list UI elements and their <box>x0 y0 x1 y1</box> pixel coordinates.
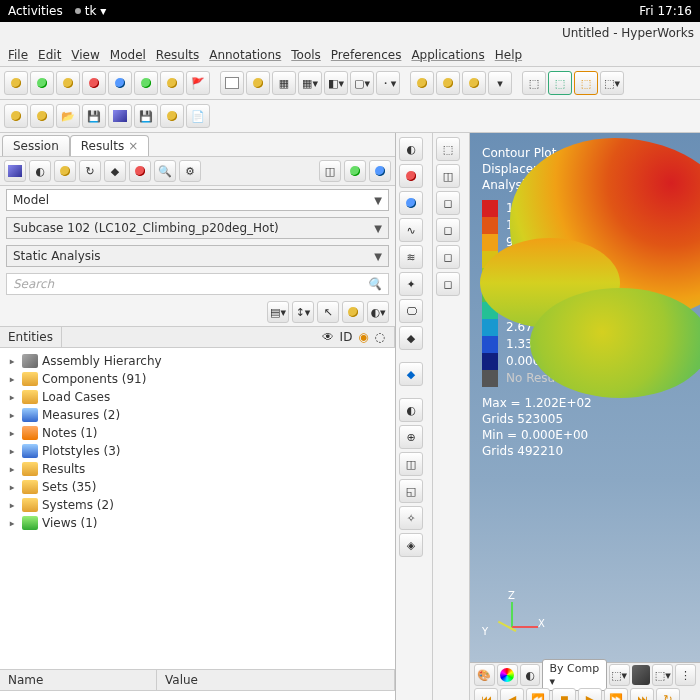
tb-view2[interactable]: ▢▾ <box>350 71 374 95</box>
panel-btn-8[interactable]: ⚙ <box>179 160 201 182</box>
tree-item[interactable]: ▸Systems (2) <box>6 496 389 514</box>
tree-item[interactable]: ▸Notes (1) <box>6 424 389 442</box>
tree-item[interactable]: ▸Results <box>6 460 389 478</box>
activities-button[interactable]: Activities <box>8 4 63 18</box>
tb-window4[interactable]: ⬚▾ <box>600 71 624 95</box>
tb2-h[interactable]: 📄 <box>186 104 210 128</box>
vt1-h[interactable]: ◆ <box>399 326 423 350</box>
vt1-f[interactable]: ✦ <box>399 272 423 296</box>
vb-render[interactable] <box>632 665 651 685</box>
vt1-c[interactable] <box>399 191 423 215</box>
menu-tools[interactable]: Tools <box>289 46 323 64</box>
col-id-icon[interactable]: ID <box>340 330 353 344</box>
vt1-d[interactable]: ∿ <box>399 218 423 242</box>
tab-session[interactable]: Session <box>2 135 70 156</box>
filter-3[interactable]: ↖ <box>317 301 339 323</box>
entity-tree[interactable]: ▸Assembly Hierarchy ▸Components (91) ▸Lo… <box>0 348 395 669</box>
tree-item[interactable]: ▸Plotstyles (3) <box>6 442 389 460</box>
vt1-k[interactable]: ⊕ <box>399 425 423 449</box>
menu-edit[interactable]: Edit <box>36 46 63 64</box>
subcase-selector[interactable]: Subcase 102 (LC102_Climbing_p20deg_Hot) … <box>6 217 389 239</box>
app-menu[interactable]: tk ▾ <box>85 4 107 18</box>
filter-2[interactable]: ↕▾ <box>292 301 314 323</box>
menu-preferences[interactable]: Preferences <box>329 46 404 64</box>
vt1-g[interactable]: 🖵 <box>399 299 423 323</box>
vt1-j[interactable]: ◐ <box>399 398 423 422</box>
tb-window2[interactable]: ⬚ <box>548 71 572 95</box>
col-color-icon[interactable]: ◉ <box>358 330 368 344</box>
filter-1[interactable]: ▤▾ <box>267 301 289 323</box>
tb-element[interactable] <box>220 71 244 95</box>
panel-btn-5[interactable]: ◆ <box>104 160 126 182</box>
viewport-3d[interactable]: Contour Plot Displacement(Mag) Analysis … <box>470 133 700 700</box>
tab-results[interactable]: Results× <box>70 135 149 156</box>
color-mode-selector[interactable]: By Comp ▾ <box>542 659 606 691</box>
play-stop[interactable]: ⏹ <box>552 688 576 700</box>
menu-applications[interactable]: Applications <box>409 46 486 64</box>
tree-item[interactable]: ▸Components (91) <box>6 370 389 388</box>
vt1-n[interactable]: ✧ <box>399 506 423 530</box>
tb2-c[interactable]: 📂 <box>56 104 80 128</box>
tb2-e[interactable] <box>108 104 132 128</box>
vt1-o[interactable]: ◈ <box>399 533 423 557</box>
tb-new[interactable] <box>30 71 54 95</box>
analysis-selector[interactable]: Static Analysis ▼ <box>6 245 389 267</box>
tb2-g[interactable] <box>160 104 184 128</box>
tree-item[interactable]: ▸Measures (2) <box>6 406 389 424</box>
col-extra-icon[interactable]: ◌ <box>375 330 385 344</box>
model-selector[interactable]: Model ▼ <box>6 189 389 211</box>
vb-palette[interactable]: 🎨 <box>474 664 495 686</box>
entities-header[interactable]: Entities <box>0 327 62 347</box>
tb2-d[interactable]: 💾 <box>82 104 106 128</box>
filter-4[interactable] <box>342 301 364 323</box>
tb-color4[interactable] <box>160 71 184 95</box>
tb-folder[interactable] <box>246 71 270 95</box>
play-loop[interactable]: ↻ <box>656 688 680 700</box>
vb-sphere[interactable] <box>497 664 518 686</box>
tree-item[interactable]: ▸Assembly Hierarchy <box>6 352 389 370</box>
panel-btn-9[interactable]: ◫ <box>319 160 341 182</box>
tb-mesh1[interactable]: ▦ <box>272 71 296 95</box>
menu-file[interactable]: File <box>6 46 30 64</box>
tb-open[interactable] <box>4 71 28 95</box>
vt1-l[interactable]: ◫ <box>399 452 423 476</box>
tb2-f[interactable]: 💾 <box>134 104 158 128</box>
vt1-m[interactable]: ◱ <box>399 479 423 503</box>
tree-item[interactable]: ▸Load Cases <box>6 388 389 406</box>
play-rew[interactable]: ⏪ <box>526 688 550 700</box>
vt1-e[interactable]: ≋ <box>399 245 423 269</box>
filter-5[interactable]: ◐▾ <box>367 301 389 323</box>
menu-help[interactable]: Help <box>493 46 524 64</box>
vt1-i[interactable]: ◆ <box>399 362 423 386</box>
col-visibility-icon[interactable]: 👁 <box>322 330 334 344</box>
panel-btn-11[interactable] <box>369 160 391 182</box>
menu-view[interactable]: View <box>69 46 101 64</box>
tb-set1[interactable] <box>410 71 434 95</box>
panel-btn-3[interactable] <box>54 160 76 182</box>
tb2-a[interactable] <box>4 104 28 128</box>
vb-shade[interactable]: ◐ <box>520 664 541 686</box>
vb-wire1[interactable]: ⬚▾ <box>609 664 630 686</box>
tree-item[interactable]: ▸Sets (35) <box>6 478 389 496</box>
tb-window3[interactable]: ⬚ <box>574 71 598 95</box>
menu-results[interactable]: Results <box>154 46 201 64</box>
menu-model[interactable]: Model <box>108 46 148 64</box>
vt1-b[interactable] <box>399 164 423 188</box>
panel-btn-10[interactable] <box>344 160 366 182</box>
play-fwd[interactable]: ⏩ <box>604 688 628 700</box>
tb-flag[interactable]: 🚩 <box>186 71 210 95</box>
tb-save[interactable] <box>56 71 80 95</box>
close-icon[interactable]: × <box>128 139 138 153</box>
tb-view1[interactable]: ◧▾ <box>324 71 348 95</box>
play-first[interactable]: ⏮ <box>474 688 498 700</box>
vb-opt[interactable]: ⋮ <box>675 664 696 686</box>
tb-view3[interactable]: ・▾ <box>376 71 400 95</box>
vt1-a[interactable]: ◐ <box>399 137 423 161</box>
tb-window1[interactable]: ⬚ <box>522 71 546 95</box>
panel-btn-2[interactable]: ◐ <box>29 160 51 182</box>
play-last[interactable]: ⏭ <box>630 688 654 700</box>
tb-color1[interactable] <box>82 71 106 95</box>
menu-annotations[interactable]: Annotations <box>207 46 283 64</box>
tb-color3[interactable] <box>134 71 158 95</box>
tb-set3[interactable] <box>462 71 486 95</box>
